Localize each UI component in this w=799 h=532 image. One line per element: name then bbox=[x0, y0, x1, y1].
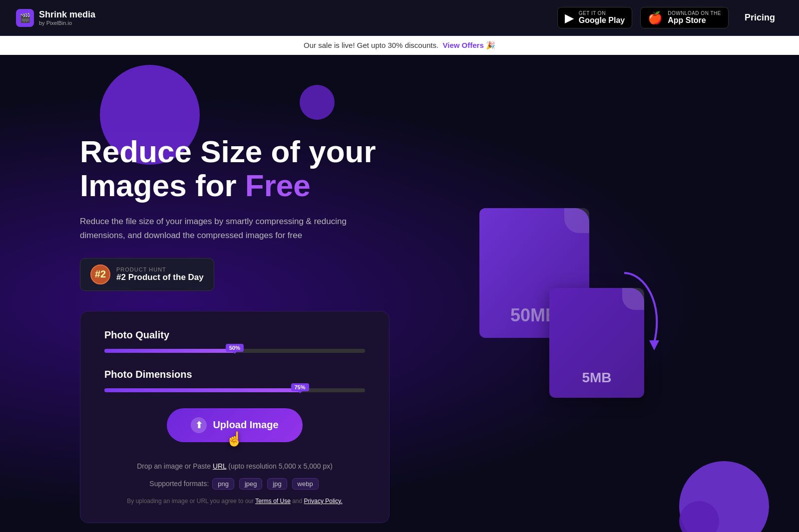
supported-formats: Supported formats: png jpeg jpg webp bbox=[104, 478, 365, 490]
format-jpg: jpg bbox=[267, 478, 287, 490]
product-hunt-text: #2 Product of the Day bbox=[116, 272, 204, 282]
format-jpeg: jpeg bbox=[239, 478, 263, 490]
app-store-label: App Store bbox=[668, 16, 721, 25]
google-play-label: Google Play bbox=[579, 16, 625, 25]
cursor-icon: ☝ bbox=[226, 431, 243, 447]
google-play-icon: ▶ bbox=[565, 11, 574, 25]
upload-image-button[interactable]: ⬆ Upload Image ☝ bbox=[167, 408, 302, 442]
product-hunt-rank: #2 bbox=[95, 268, 106, 280]
upload-btn-label: Upload Image bbox=[213, 419, 278, 431]
announcement-emoji: 🎉 bbox=[486, 41, 495, 49]
svg-marker-0 bbox=[649, 340, 659, 350]
left-content: Reduce Size of your Images for Free Redu… bbox=[80, 75, 429, 531]
file-illustration: 50MB 5MB bbox=[469, 188, 659, 438]
url-link: URL bbox=[213, 462, 227, 470]
terms-text: By uploading an image or URL you agree t… bbox=[104, 498, 365, 505]
header-right: ▶ GET IT ON Google Play 🍎 Download on th… bbox=[557, 7, 783, 28]
dimensions-label: Photo Dimensions bbox=[104, 369, 365, 380]
google-play-button[interactable]: ▶ GET IT ON Google Play bbox=[557, 7, 632, 28]
app-store-small-label: Download on the bbox=[668, 10, 721, 16]
quality-slider-fill bbox=[104, 349, 235, 353]
upload-btn-wrapper: ⬆ Upload Image ☝ bbox=[104, 408, 365, 452]
hero-title-line2-prefix: Images for bbox=[80, 168, 245, 203]
hero-description: Reduce the file size of your images by s… bbox=[80, 215, 360, 242]
dimensions-slider-track: 75% bbox=[104, 388, 365, 392]
site-header: 🎬 Shrink media by PixelBin.io ▶ GET IT O… bbox=[0, 0, 799, 36]
quality-label: Photo Quality bbox=[104, 329, 365, 341]
view-offers-link[interactable]: View Offers bbox=[443, 41, 484, 49]
upload-icon: ⬆ bbox=[191, 417, 207, 433]
terms-link[interactable]: Terms of Use bbox=[255, 498, 291, 505]
hero-title-free: Free bbox=[245, 168, 311, 203]
quality-slider-container[interactable]: 50% bbox=[104, 349, 365, 353]
dimensions-slider-fill bbox=[104, 388, 300, 392]
logo-subtitle: by PixelBin.io bbox=[39, 20, 95, 26]
drop-hint: Drop an image or Paste URL (upto resolut… bbox=[104, 462, 365, 470]
announcement-text: Our sale is live! Get upto 30% discounts… bbox=[304, 41, 438, 49]
quality-slider-track: 50% bbox=[104, 349, 365, 353]
product-hunt-icon: #2 bbox=[90, 265, 110, 284]
logo-icon: 🎬 bbox=[16, 9, 34, 27]
hero-title-line1: Reduce Size of your bbox=[80, 134, 376, 169]
dimensions-slider-container[interactable]: 75% bbox=[104, 388, 365, 392]
quality-slider-badge: 50% bbox=[226, 344, 244, 352]
announcement-bar: Our sale is live! Get upto 30% discounts… bbox=[0, 36, 799, 55]
logo-title: Shrink media bbox=[39, 9, 95, 20]
app-store-button[interactable]: 🍎 Download on the App Store bbox=[640, 7, 729, 28]
hero-title: Reduce Size of your Images for Free bbox=[80, 135, 429, 203]
pricing-link[interactable]: Pricing bbox=[737, 8, 783, 27]
product-hunt-label: PRODUCT HUNT bbox=[116, 266, 204, 272]
format-png: png bbox=[212, 478, 234, 490]
formats-label: Supported formats: bbox=[149, 480, 209, 488]
apple-icon: 🍎 bbox=[648, 11, 663, 25]
format-webp: webp bbox=[292, 478, 319, 490]
right-illustration: 50MB 5MB bbox=[459, 75, 669, 531]
product-hunt-badge: #2 PRODUCT HUNT #2 Product of the Day bbox=[80, 258, 214, 291]
logo: 🎬 Shrink media by PixelBin.io bbox=[16, 9, 95, 27]
dimensions-slider-badge: 75% bbox=[291, 383, 309, 391]
main-section: Reduce Size of your Images for Free Redu… bbox=[0, 55, 799, 532]
upload-card: Photo Quality 50% Photo Dimensions 75% ⬆… bbox=[80, 311, 390, 523]
privacy-link[interactable]: Privacy Policy. bbox=[304, 498, 343, 505]
google-play-small-label: GET IT ON bbox=[579, 10, 625, 16]
file-small-label: 5MB bbox=[582, 370, 611, 386]
compression-arrow bbox=[614, 263, 674, 363]
